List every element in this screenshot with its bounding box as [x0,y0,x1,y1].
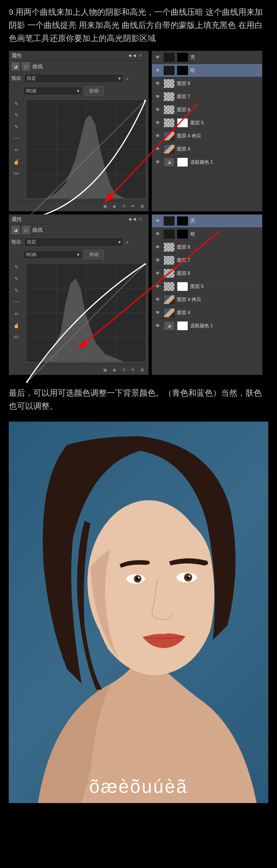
menu-icon[interactable]: ≡ [139,53,146,58]
auto-button[interactable]: 自动 [84,250,104,259]
layer-row[interactable]: 👁◪选取颜色 1 [152,319,262,333]
eyedropper-icon[interactable]: ✎ [12,286,21,295]
menu-icon[interactable]: ≡ [139,217,146,221]
visibility-icon[interactable]: 👁 [154,284,161,289]
layers-panel-2: 👁亮👁暗👁图层 8👁图层 7👁图层 6👁图层 5👁图层 4 拷贝👁图层 4👁◪选… [151,214,262,375]
curve-tool-icon[interactable]: 〰 [12,134,21,143]
visibility-icon[interactable]: 👁 [154,120,161,125]
layer-thumb[interactable] [164,216,175,226]
layer-thumb[interactable]: ◪ [164,321,175,331]
mask-icon[interactable]: ◻ [22,62,30,70]
mask-thumb[interactable] [177,216,188,226]
layer-name: 选取颜色 1 [190,323,213,329]
eyedropper-icon[interactable]: ✎ [12,111,21,119]
mask-thumb[interactable] [177,157,188,167]
visibility-icon[interactable]: 👁 [154,245,161,250]
visibility-icon[interactable]: 👁 [154,55,161,60]
layer-row[interactable]: 👁图层 8 [152,77,262,90]
collapse-icon[interactable]: ◄◄ [128,53,137,58]
pencil-icon[interactable]: ✏ [12,310,21,318]
layer-thumb[interactable] [164,105,175,115]
visibility-icon[interactable]: 👁 [154,147,161,152]
eyedropper-icon[interactable]: ✎ [12,275,21,283]
layer-thumb[interactable] [164,92,175,101]
channel-dropdown[interactable]: RGB▾ [24,250,82,259]
layer-row[interactable]: 👁图层 7 [152,90,262,103]
visibility-icon[interactable]: 👁 [154,68,161,73]
layer-thumb[interactable] [164,269,175,278]
adjustment-icon[interactable]: ◪ [11,226,20,234]
mask-thumb[interactable] [177,53,188,62]
hand-icon[interactable]: ☝ [12,158,21,166]
layer-name: 图层 7 [177,257,190,264]
chevron-down-icon: ▾ [118,76,121,81]
preset-dropdown[interactable]: 自定▾ [24,238,123,247]
curve-editor[interactable] [26,100,146,198]
eyedropper-icon[interactable]: ✎ [12,123,21,131]
wa-icon[interactable]: WA [12,169,21,178]
mask-thumb[interactable] [177,321,188,331]
layer-row[interactable]: 👁图层 4 拷贝 [152,130,262,143]
layer-row[interactable]: 👁图层 5 [152,280,262,293]
layer-row[interactable]: 👁图层 6 [152,103,262,117]
layer-thumb[interactable] [164,308,175,317]
visibility-icon[interactable]: 👁 [154,160,161,165]
layer-row[interactable]: 👁图层 7 [152,254,262,267]
layer-thumb[interactable] [164,79,175,88]
visibility-icon[interactable]: 👁 [154,81,161,86]
layer-thumb[interactable] [164,131,175,141]
mask-thumb[interactable] [177,282,188,291]
layer-row[interactable]: 👁暗 [152,228,262,241]
visibility-icon[interactable]: 👁 [154,107,161,113]
layer-row[interactable]: 👁图层 8 [152,241,262,254]
eyedropper-icon[interactable]: ✎ [12,100,21,108]
layer-row[interactable]: 👁图层 6 [152,267,262,280]
visibility-icon[interactable]: 👁 [154,218,161,224]
layer-row[interactable]: 👁亮 [152,215,262,228]
mask-thumb[interactable] [177,66,188,75]
layer-thumb[interactable] [164,229,175,239]
visibility-icon[interactable]: 👁 [154,258,161,263]
visibility-icon[interactable]: 👁 [154,323,161,329]
visibility-icon[interactable]: 👁 [154,94,161,99]
eyedropper-icon[interactable]: ✎ [12,263,21,271]
layer-row[interactable]: 👁图层 4 [152,306,262,319]
collapse-icon[interactable]: ◄◄ [128,217,137,222]
layer-thumb[interactable] [164,53,175,62]
layer-thumb[interactable] [164,118,175,127]
visibility-icon[interactable]: 👁 [154,271,161,276]
mask-thumb[interactable] [177,118,188,127]
layer-row[interactable]: 👁暗 [152,64,262,77]
visibility-icon[interactable]: 👁 [154,297,161,302]
layer-thumb[interactable]: ◪ [164,157,175,167]
visibility-icon[interactable]: 👁 [154,133,161,138]
curve-editor[interactable] [26,263,146,362]
result-image: õæèõuúèã [9,422,268,803]
wa-icon[interactable]: WA [12,333,21,341]
layer-row[interactable]: 👁图层 4 拷贝 [152,293,262,306]
hand-icon[interactable]: ☝ [12,321,21,330]
adjustment-icon[interactable]: ◪ [11,62,20,70]
layer-thumb[interactable] [164,66,175,75]
layer-thumb[interactable] [164,256,175,265]
layer-thumb[interactable] [164,295,175,304]
channel-dropdown[interactable]: RGB▾ [24,87,82,95]
layer-thumb[interactable] [164,145,175,154]
layer-row[interactable]: 👁◪选取颜色 1 [152,156,262,169]
pencil-icon[interactable]: ✏ [12,146,21,154]
preset-dropdown[interactable]: 自定▾ [24,74,123,83]
visibility-icon[interactable]: 👁 [154,310,161,315]
layer-row[interactable]: 👁亮 [152,51,262,64]
layer-row[interactable]: 👁图层 5 [152,117,262,130]
visibility-icon[interactable]: 👁 [154,231,161,237]
mask-thumb[interactable] [177,229,188,239]
layer-thumb[interactable] [164,243,175,252]
panel-menu-icon[interactable]: ≡ [126,240,133,245]
preset-label: 预设: [11,75,22,82]
auto-button[interactable]: 自动 [84,87,104,95]
layer-thumb[interactable] [164,282,175,291]
curve-tool-icon[interactable]: 〰 [12,298,21,306]
layer-row[interactable]: 👁图层 4 [152,143,262,156]
mask-icon[interactable]: ◻ [22,226,30,234]
panel-menu-icon[interactable]: ≡ [126,76,133,81]
